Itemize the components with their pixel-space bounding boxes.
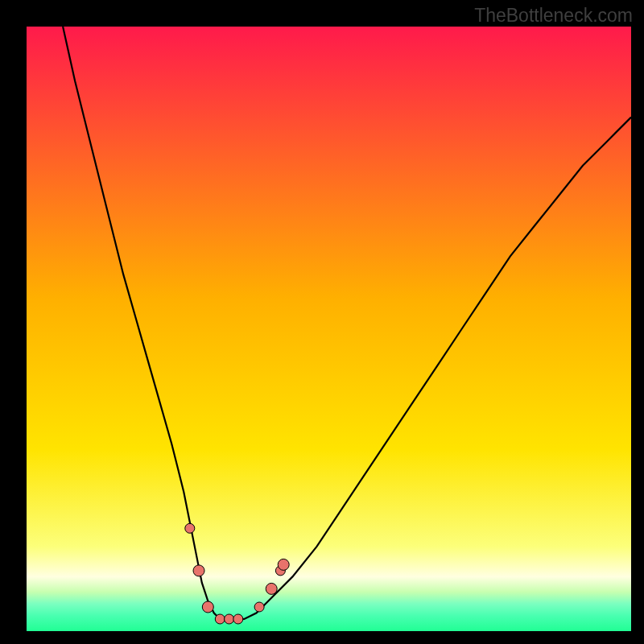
data-marker [215,614,225,624]
data-marker [202,601,213,613]
data-marker [266,583,277,594]
data-marker [193,565,204,576]
data-marker [225,614,234,624]
watermark-text: TheBottleneck.com [474,5,633,27]
plot-area [27,27,631,631]
chart-frame: TheBottleneck.com [0,0,644,644]
gradient-bg [27,27,631,631]
data-marker [254,602,264,612]
data-marker [278,559,289,570]
data-marker [185,523,195,533]
chart-svg [27,27,631,631]
data-marker [233,614,243,624]
